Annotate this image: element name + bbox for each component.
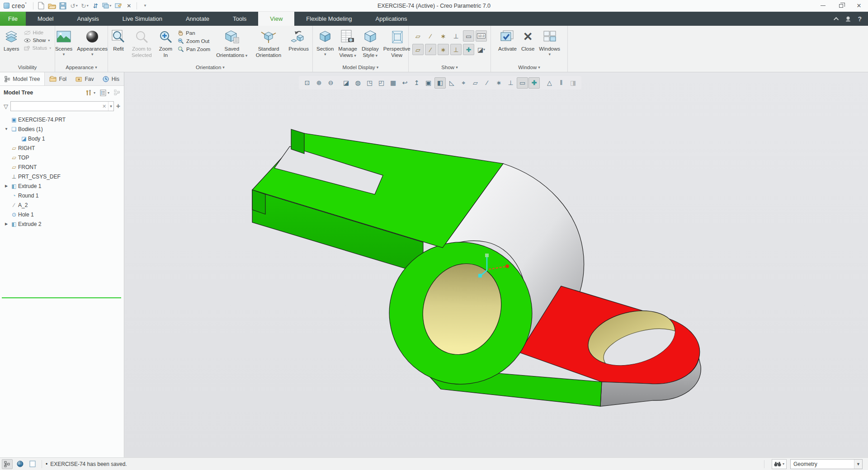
tab-applications[interactable]: Applications [363, 12, 419, 26]
tree-item-bodies[interactable]: ▼ ❏ Bodies (1) [0, 124, 124, 134]
annotation-display-graphics-button[interactable]: ▭ [517, 77, 528, 89]
point-display-graphics-button[interactable]: ∗ [493, 77, 505, 89]
shaded-view-button[interactable]: ◧ [434, 77, 446, 89]
tree-item-extrude-1[interactable]: ▶ ◧ Extrude 1 [0, 181, 124, 191]
tab-tools[interactable]: Tools [221, 12, 258, 26]
search-dropdown-icon[interactable]: ▾ [108, 102, 113, 111]
tree-tools-button[interactable]: ▾ [85, 89, 95, 96]
plane-display-graphics-button[interactable]: ▱ [470, 77, 481, 89]
zoom-out-graphics-button[interactable]: ⊖ [325, 77, 336, 89]
minimize-button[interactable] [814, 0, 832, 12]
axis-tag-toggle[interactable]: ∕ [425, 44, 436, 55]
tree-item-body-1[interactable]: ◪ Body 1 [0, 134, 124, 143]
tree-item-top-plane[interactable]: ▱ TOP [0, 153, 124, 162]
csys-display-toggle[interactable]: ⊥ [450, 30, 462, 42]
insert-here-indicator[interactable] [2, 297, 121, 298]
tab-model[interactable]: Model [26, 12, 65, 26]
tree-search-input[interactable] [11, 102, 100, 111]
customize-quick-access-button[interactable]: ▼ [140, 1, 150, 11]
tree-settings-button[interactable]: ▾ [100, 89, 109, 96]
expand-expander[interactable]: ▶ [3, 184, 10, 188]
window-switch-button[interactable]: ▾ [101, 1, 112, 11]
navigator-tab-history[interactable]: His [98, 72, 124, 85]
navigator-toggle-button[interactable] [2, 459, 13, 469]
axis-display-graphics-button[interactable]: ∕ [481, 77, 493, 89]
new-file-button[interactable] [36, 1, 46, 11]
shading-quality-button[interactable]: ◍ [352, 77, 363, 89]
command-search-button[interactable] [845, 16, 851, 22]
save-button[interactable] [58, 1, 68, 11]
regenerate-button[interactable]: ⇵ [90, 1, 100, 11]
dimension-tolerance-toggle[interactable]: 10.0 [476, 30, 487, 42]
pan-zoom-button[interactable]: Pan Zoom [176, 46, 212, 52]
standard-orientation-button[interactable]: Standard Orientation [251, 28, 286, 60]
redo-button[interactable]: ↻▾ [80, 1, 90, 11]
named-views-button[interactable]: ↥ [411, 77, 422, 89]
refit-button[interactable]: Refit [110, 28, 127, 53]
show-button[interactable]: Show▾ [22, 37, 53, 43]
lower-prong-tip-face[interactable] [252, 190, 265, 214]
tree-item-csys[interactable]: ⊥ PRT_CSYS_DEF [0, 172, 124, 181]
collapse-ribbon-button[interactable] [835, 17, 839, 21]
selection-filter-select[interactable]: Geometry ▼ [790, 459, 863, 469]
collapse-expander[interactable]: ▼ [3, 127, 10, 131]
3d-model-exercise-74[interactable] [125, 72, 868, 457]
search-tool-button[interactable]: ▾ [772, 459, 787, 469]
help-button[interactable]: ? [858, 15, 862, 23]
undo-button[interactable]: ↺▾ [69, 1, 79, 11]
display-style-button[interactable]: Display Style [360, 28, 381, 60]
zoom-in-graphics-button[interactable]: ⊕ [313, 77, 325, 89]
refit-graphics-button[interactable]: ⊡ [302, 77, 313, 89]
tab-flexible-modeling[interactable]: Flexible Modeling [294, 12, 363, 26]
tree-item-a2-axis[interactable]: ∕ A_2 [0, 200, 124, 210]
appearances-button[interactable]: Appearances [75, 28, 109, 58]
tree-item-front-plane[interactable]: ▱ FRONT [0, 162, 124, 172]
geometry-checks-button[interactable]: △ [544, 77, 555, 89]
annotation-display-toggle[interactable]: ▭ [463, 30, 474, 42]
pan-button[interactable]: Pan [176, 29, 212, 36]
close-window-ribbon-button[interactable]: ✕ Close [519, 28, 536, 53]
manage-views-button[interactable]: Manage Views [336, 28, 359, 60]
tab-file[interactable]: File [0, 12, 26, 26]
tree-display-button[interactable] [114, 89, 120, 96]
expand-expander[interactable]: ▶ [3, 222, 10, 226]
point-tag-toggle[interactable]: ∗ [438, 44, 449, 55]
csys-tag-toggle[interactable]: ⊥ [450, 44, 462, 55]
add-filter-button[interactable]: + [116, 102, 120, 110]
saved-orientations-graphics-button[interactable]: ◳ [364, 77, 375, 89]
navigator-tab-favorites[interactable]: ✶ Fav [71, 72, 98, 85]
spin-center-graphics-button[interactable]: ✚ [528, 77, 540, 89]
display-style-graphics-button[interactable]: ▣ [423, 77, 434, 89]
windows-button[interactable]: Windows [537, 28, 562, 58]
point-display-toggle[interactable]: ∗ [438, 30, 449, 42]
send-to-button[interactable] [113, 1, 123, 11]
section-display-toggle[interactable]: ◪▾ [476, 44, 487, 55]
tab-analysis[interactable]: Analysis [65, 12, 110, 26]
tab-live-simulation[interactable]: Live Simulation [111, 12, 174, 26]
navigator-tab-folder-browser[interactable]: Fol [45, 72, 71, 85]
close-window-button[interactable]: ✕ [124, 1, 134, 11]
activate-button[interactable]: Activate [496, 28, 519, 53]
tree-item-hole-1[interactable]: ⊙ Hole 1 [0, 210, 124, 219]
tree-item-right-plane[interactable]: ▱ RIGHT [0, 143, 124, 153]
tab-view[interactable]: View [258, 12, 294, 26]
axis-display-toggle[interactable]: ∕ [425, 30, 436, 42]
tab-annotate[interactable]: Annotate [174, 12, 221, 26]
open-file-button[interactable] [47, 1, 57, 11]
upper-prong-tip-face[interactable] [291, 129, 304, 154]
perspective-view-button[interactable]: Perspective View [382, 28, 412, 60]
layers-button[interactable]: Layers [2, 28, 21, 53]
graphics-viewport[interactable]: ⊡ ⊕ ⊖ ◪ ◍ ◳ ◰ ▦ ↩ ↥ ▣ ◧ ◺ ⌖ ▱ ∕ ∗ ⊥ ▭ ✚ … [125, 72, 868, 457]
csys-display-graphics-button[interactable]: ⊥ [505, 77, 516, 89]
tree-item-round-1[interactable]: ◔ Round 1 [0, 191, 124, 200]
scenes-button[interactable]: Scenes [53, 28, 74, 58]
repaint-button[interactable]: ◪ [340, 77, 352, 89]
zoom-out-button[interactable]: Zoom Out [176, 38, 212, 44]
datum-display-filters-button[interactable]: ◺ [446, 77, 458, 89]
view-manager-button[interactable]: ▦ [387, 77, 399, 89]
spin-center-toggle[interactable]: ✚ [463, 44, 474, 55]
tree-item-extrude-2[interactable]: ▶ ◧ Extrude 2 [0, 219, 124, 229]
navigator-tab-model-tree[interactable]: Model Tree [0, 72, 45, 85]
restore-button[interactable] [832, 0, 850, 12]
zoom-in-button[interactable]: Zoom In [156, 28, 175, 60]
